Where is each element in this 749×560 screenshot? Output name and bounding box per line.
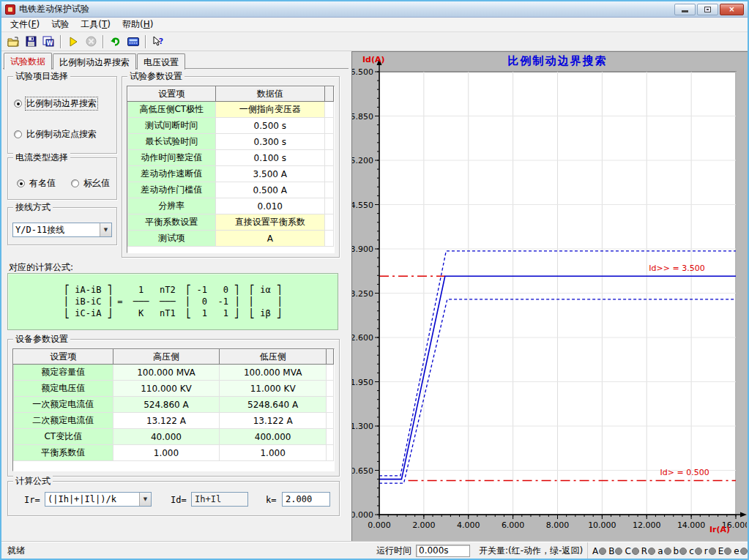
ir-formula-select[interactable]: (|Ih|+|Il|)/k ▼ bbox=[45, 492, 152, 507]
context-help-button[interactable]: ? bbox=[149, 34, 167, 50]
indicator-dot-icon bbox=[724, 548, 731, 555]
context-help-icon: ? bbox=[152, 36, 164, 47]
radio-named-value[interactable]: 有名值 bbox=[17, 177, 56, 190]
transform-formula-box: ⎡ iA-iB ⎤ 1 nT2 ⎡ -1 0 ⎤ ⎡ iα ⎤ ⎢ iB-iC … bbox=[7, 273, 338, 330]
stop-test-button[interactable] bbox=[82, 34, 100, 50]
device-low-cell[interactable]: 400.000 bbox=[220, 429, 327, 445]
test-data-panel: 试验项目选择 比例制动边界搜索 比例制动定点搜索 电流类型选择 有名值 标幺值 … bbox=[1, 70, 350, 542]
table-row: 最长试验时间0.300 s bbox=[128, 134, 334, 150]
wiring-select[interactable]: Y/D-11接线 ▼ bbox=[12, 223, 112, 237]
device-low-cell[interactable]: 100.000 MVA bbox=[220, 365, 327, 381]
table-row: 高低压侧CT极性一侧指向变压器 bbox=[128, 102, 334, 118]
indicator-dot-icon bbox=[599, 548, 606, 555]
device-low-cell[interactable]: 5248.640 A bbox=[220, 397, 327, 413]
switch-indicator-c: c bbox=[689, 546, 702, 556]
left-tab-bar: 试验数据比例制动边界搜索电压设置 bbox=[3, 53, 349, 69]
device-high-cell[interactable]: 1.000 bbox=[113, 445, 220, 461]
indicator-dot-icon bbox=[615, 548, 622, 555]
param-value-cell[interactable]: 一侧指向变压器 bbox=[215, 102, 324, 118]
param-value-cell[interactable]: 0.010 bbox=[215, 198, 324, 214]
run-test-button[interactable] bbox=[64, 34, 82, 50]
open-file-button[interactable] bbox=[4, 34, 22, 50]
menu-item[interactable]: 帮助(H) bbox=[116, 17, 159, 32]
svg-text:8.000: 8.000 bbox=[546, 520, 570, 530]
stop-test-icon bbox=[86, 36, 97, 47]
project-group-title: 试验项目选择 bbox=[13, 71, 70, 81]
param-value-cell[interactable]: 0.300 s bbox=[215, 134, 324, 150]
menu-item[interactable]: 工具(T) bbox=[75, 17, 116, 32]
save-file-icon bbox=[26, 36, 37, 47]
indicator-letter: E bbox=[718, 546, 724, 556]
svg-text:4.000: 4.000 bbox=[457, 520, 480, 530]
spacer-cell bbox=[325, 102, 334, 118]
k-value-input[interactable]: 2.000 bbox=[282, 492, 330, 507]
indicator-dot-icon bbox=[709, 548, 716, 555]
table-row: 测试项A bbox=[128, 231, 334, 247]
table-row: 平衡系数设置直接设置平衡系数 bbox=[128, 214, 334, 231]
param-value-cell[interactable]: 0.100 s bbox=[215, 150, 324, 166]
ir-label: Ir= bbox=[24, 495, 40, 505]
status-ready-text: 就绪 bbox=[7, 545, 25, 557]
wiring-group-title: 接线方式 bbox=[13, 202, 53, 212]
title-bar: 电铁差动保护试验 × bbox=[1, 1, 748, 18]
radio-icon bbox=[14, 130, 22, 138]
menu-bar: 文件(F)试验工具(T)帮助(H) bbox=[1, 18, 748, 32]
spacer-cell bbox=[327, 445, 334, 461]
svg-text:14.000: 14.000 bbox=[677, 520, 706, 530]
param-name-cell: 高低压侧CT极性 bbox=[128, 102, 216, 118]
instrument-panel-button[interactable] bbox=[124, 34, 142, 50]
device-low-cell[interactable]: 11.000 KV bbox=[220, 381, 327, 397]
device-low-cell[interactable]: 13.122 A bbox=[220, 413, 327, 429]
menu-item[interactable]: 试验 bbox=[45, 17, 75, 32]
transform-formula: ⎡ iA-iB ⎤ 1 nT2 ⎡ -1 0 ⎤ ⎡ iα ⎤ ⎢ iB-iC … bbox=[64, 284, 281, 319]
radio-boundary-search[interactable]: 比例制动边界搜索 bbox=[14, 97, 97, 110]
chevron-down-icon: ▼ bbox=[100, 223, 111, 236]
radio-icon bbox=[71, 179, 79, 187]
wiring-mode-group: 接线方式 Y/D-11接线 ▼ bbox=[7, 207, 117, 245]
param-value-cell[interactable]: 3.500 A bbox=[215, 166, 324, 182]
param-name-cell: 差动动作门槛值 bbox=[128, 182, 216, 198]
device-high-cell[interactable]: 100.000 MVA bbox=[113, 365, 220, 381]
save-file-button[interactable] bbox=[22, 34, 40, 50]
table-row: 一次额定电流值524.860 A5248.640 A bbox=[14, 397, 334, 413]
device-param-table: 设置项高压侧低压侧额定容量值100.000 MVA100.000 MVA额定电压… bbox=[12, 348, 335, 471]
device-low-cell[interactable]: 1.000 bbox=[220, 445, 327, 461]
param-value-cell[interactable]: 0.500 A bbox=[215, 182, 324, 198]
device-high-cell[interactable]: 110.000 KV bbox=[113, 381, 220, 397]
restore-button[interactable] bbox=[697, 4, 718, 15]
minimize-button[interactable] bbox=[674, 4, 696, 15]
tab-2[interactable]: 比例制动边界搜索 bbox=[53, 53, 136, 70]
chart-panel: 比例制动边界搜索 Id(A) Ir(A) 0.0002.0004.0006.00… bbox=[351, 51, 748, 542]
param-value-cell[interactable]: 0.500 s bbox=[215, 118, 324, 134]
device-name-cell: 二次额定电流值 bbox=[14, 413, 113, 429]
svg-text:2.000: 2.000 bbox=[412, 520, 436, 530]
undo-icon bbox=[110, 37, 122, 47]
svg-text:Id>> = 3.500: Id>> = 3.500 bbox=[649, 264, 704, 273]
svg-text:?: ? bbox=[159, 37, 163, 46]
radio-fixed-point-search[interactable]: 比例制动定点搜索 bbox=[14, 128, 97, 141]
device-high-cell[interactable]: 524.860 A bbox=[113, 397, 220, 413]
indicator-dot-icon bbox=[664, 548, 671, 555]
switch-indicator-B: B bbox=[608, 546, 622, 556]
svg-text:12.000: 12.000 bbox=[633, 520, 661, 530]
indicator-letter: C bbox=[625, 546, 630, 556]
radio-per-unit-value[interactable]: 标幺值 bbox=[71, 177, 111, 190]
svg-text:5.200: 5.200 bbox=[352, 156, 373, 165]
param-value-cell[interactable]: A bbox=[215, 231, 324, 247]
close-button[interactable]: × bbox=[720, 4, 744, 15]
param-value-cell[interactable]: 直接设置平衡系数 bbox=[215, 214, 324, 231]
menu-item[interactable]: 文件(F) bbox=[4, 17, 45, 32]
tab-3[interactable]: 电压设置 bbox=[137, 53, 185, 70]
column-header: 高压侧 bbox=[113, 350, 220, 365]
indicator-letter: R bbox=[641, 546, 647, 556]
export-word-button[interactable]: W bbox=[40, 34, 57, 50]
svg-text:1.950: 1.950 bbox=[352, 378, 373, 387]
device-name-cell: 一次额定电流值 bbox=[14, 397, 113, 413]
app-icon bbox=[5, 4, 15, 15]
table-row: CT变比值40.000400.000 bbox=[14, 429, 334, 445]
table-row: 额定容量值100.000 MVA100.000 MVA bbox=[14, 365, 334, 381]
device-high-cell[interactable]: 40.000 bbox=[113, 429, 220, 445]
tab-1[interactable]: 试验数据 bbox=[4, 53, 52, 70]
device-high-cell[interactable]: 13.122 A bbox=[113, 413, 220, 429]
undo-button[interactable] bbox=[107, 34, 124, 50]
